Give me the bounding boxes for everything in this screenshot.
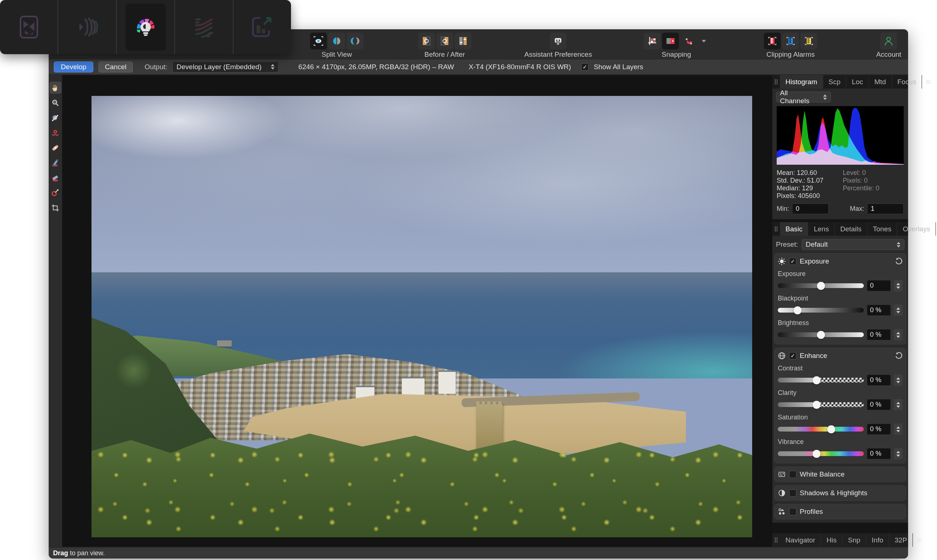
slider-thumb[interactable] <box>794 306 802 314</box>
slider-thumb[interactable] <box>812 376 821 384</box>
profiles-checkbox[interactable] <box>789 508 797 515</box>
slider-stepper[interactable] <box>894 423 903 435</box>
histogram-minmax-row: Min: 0 Max: 1 <box>772 203 908 219</box>
overlay-erase-tool-button[interactable] <box>49 172 62 184</box>
status-hint-action: Drag <box>53 549 68 557</box>
slider-thumb[interactable] <box>827 425 835 433</box>
slider-stepper[interactable] <box>894 329 903 340</box>
overlay-paint-tool-button[interactable] <box>49 157 62 169</box>
tab-basic[interactable]: Basic <box>780 222 808 236</box>
exposure-enabled-checkbox[interactable] <box>789 258 797 265</box>
shadows-highlights-section[interactable]: Shadows & Highlights <box>774 485 906 501</box>
assistant-preferences-button[interactable] <box>550 32 566 49</box>
toolbar-group-label: Clipping Alarms <box>764 51 817 58</box>
snapping-move-button[interactable] <box>662 32 679 49</box>
white-balance-tool-button[interactable] <box>49 112 62 124</box>
before-after-right-button[interactable] <box>436 32 453 49</box>
slider-stepper[interactable] <box>894 374 903 386</box>
panel-menu-icon[interactable]: ≡ <box>922 77 934 87</box>
tab-overlays[interactable]: Overlays <box>897 222 936 236</box>
tab-location[interactable]: Loc <box>846 75 869 89</box>
split-view-mirror-button[interactable] <box>347 32 363 49</box>
tab-info[interactable]: Info <box>866 533 889 547</box>
toolbar-group-label: Account <box>876 51 902 58</box>
photo-canvas[interactable] <box>62 75 772 547</box>
tab-history[interactable]: His <box>821 533 842 547</box>
show-all-layers-checkbox[interactable] <box>581 63 589 71</box>
max-input[interactable]: 1 <box>867 203 904 214</box>
slider-value[interactable]: 0 % <box>867 329 891 340</box>
channel-select[interactable]: All Channels <box>776 91 831 103</box>
slider-value[interactable]: 0 % <box>867 305 891 316</box>
enhance-enabled-checkbox[interactable] <box>789 352 797 359</box>
panel-grip-icon[interactable] <box>772 226 780 232</box>
profiles-section[interactable]: Profiles <box>774 504 906 519</box>
tab-details[interactable]: Details <box>835 222 868 236</box>
slider-stepper[interactable] <box>894 399 903 410</box>
slider-value[interactable]: 0 <box>867 280 891 291</box>
view-tool-button[interactable] <box>49 82 62 94</box>
clipping-highlights-button[interactable] <box>782 32 799 49</box>
enhance-section-title: Enhance <box>800 352 827 360</box>
tab-navigator[interactable]: Navigator <box>780 533 821 547</box>
slider-value[interactable]: 0 % <box>867 399 891 410</box>
before-after-left-button[interactable] <box>418 32 435 49</box>
magnifier-icon <box>51 98 60 107</box>
shadows-highlights-title: Shadows & Highlights <box>800 489 868 497</box>
shadows-highlights-checkbox[interactable] <box>789 489 797 497</box>
red-eye-removal-tool-button[interactable] <box>49 127 62 139</box>
min-input[interactable]: 0 <box>792 203 829 214</box>
crop-tool-button[interactable] <box>49 202 62 214</box>
slider-value[interactable]: 0 % <box>867 423 891 435</box>
clipping-shadows-button[interactable] <box>764 32 781 49</box>
tab-tones[interactable]: Tones <box>868 222 897 236</box>
snapping-options-chevron[interactable] <box>699 32 709 49</box>
account-button[interactable] <box>880 32 897 49</box>
snapping-magnet-button[interactable] <box>680 32 697 49</box>
panel-menu-icon[interactable]: ≡ <box>913 535 925 545</box>
slider-stepper[interactable] <box>894 280 903 291</box>
panel-grip-icon[interactable] <box>772 537 780 543</box>
tab-histogram[interactable]: Histogram <box>780 75 823 89</box>
overlay-gradient-tool-button[interactable] <box>49 187 62 199</box>
exposure-reset-button[interactable] <box>894 257 903 265</box>
output-select[interactable]: Develop Layer (Embedded) <box>172 62 278 72</box>
enhance-reset-button[interactable] <box>894 352 903 360</box>
persona-develop[interactable] <box>116 0 174 54</box>
slider-thumb[interactable] <box>817 282 825 290</box>
split-view-split-button[interactable] <box>328 32 345 49</box>
tab-metadata[interactable]: Mtd <box>869 75 892 89</box>
slider-thumb[interactable] <box>812 450 821 458</box>
persona-photo[interactable] <box>0 0 57 54</box>
preset-select[interactable]: Default <box>802 239 905 250</box>
tab-snapshots[interactable]: Snp <box>843 533 866 547</box>
slider-thumb[interactable] <box>817 331 825 339</box>
slider-stepper[interactable] <box>894 448 903 459</box>
persona-tone-mapping[interactable] <box>174 0 232 54</box>
snapping-grid-button[interactable] <box>644 32 661 49</box>
persona-export[interactable] <box>233 0 291 54</box>
slider-value[interactable]: 0 % <box>867 374 891 386</box>
tab-focus[interactable]: Focus <box>892 75 922 89</box>
assistant-robot-icon <box>553 35 564 46</box>
before-after-split-button[interactable] <box>455 32 471 49</box>
tab-scope[interactable]: Scp <box>823 75 846 89</box>
slider-stepper[interactable] <box>894 305 903 316</box>
cancel-button[interactable]: Cancel <box>98 62 133 72</box>
develop-button[interactable]: Develop <box>54 62 93 72</box>
zoom-tool-button[interactable] <box>49 97 62 109</box>
slider-value[interactable]: 0 % <box>867 448 891 459</box>
clipping-saturation-button[interactable] <box>800 32 817 49</box>
blemish-removal-tool-button[interactable] <box>49 142 62 154</box>
tab-32-preview[interactable]: 32P <box>889 533 913 547</box>
split-view-single-button[interactable] <box>310 32 327 49</box>
tab-lens[interactable]: Lens <box>808 222 834 236</box>
white-balance-section-icon <box>778 470 786 478</box>
slider-thumb[interactable] <box>812 401 821 409</box>
panel-grip-icon[interactable] <box>772 79 780 85</box>
white-balance-section[interactable]: White Balance <box>774 467 906 482</box>
photo-chapel <box>217 340 232 347</box>
persona-liquify[interactable] <box>57 0 115 54</box>
white-balance-checkbox[interactable] <box>789 471 797 478</box>
lens-mirror-icon <box>349 35 360 46</box>
